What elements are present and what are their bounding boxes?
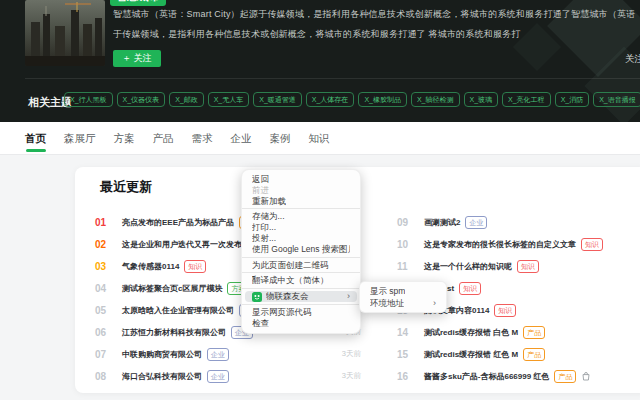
menu-item-label: 显示网页源代码 (252, 307, 312, 318)
nav-item-5[interactable]: 需求 (192, 122, 213, 155)
item-tag: 知识 (581, 238, 603, 251)
menu-item[interactable]: 翻译成中文（简体） (242, 275, 360, 286)
menu-item-label: 检查 (252, 318, 269, 329)
item-title[interactable]: 酱酱多sku产品-含标品666999 红色 (424, 371, 549, 382)
menu-item[interactable]: 为此页面创建二维码 (242, 260, 360, 271)
nav-item-2[interactable]: 森展厅 (64, 122, 96, 155)
item-title[interactable]: 气象传感器0114 (122, 261, 179, 272)
list-item[interactable]: 11这是一个什么样的知识呢知识 (397, 255, 640, 277)
rank-number: 08 (95, 371, 112, 382)
menu-item[interactable]: 返回 (242, 174, 360, 185)
item-title[interactable]: 太原晗晗入住企业管理有限公司 (122, 305, 234, 316)
topic-cover-photo (25, 0, 105, 66)
rank-number: 10 (397, 239, 414, 250)
context-submenu: 显示 spm环境地址› (359, 281, 447, 313)
submenu-item-label: 显示 spm (370, 285, 405, 297)
submenu-arrow-icon: › (433, 297, 436, 309)
item-tag: 知识 (494, 304, 516, 317)
item-time: 3天前 (342, 349, 361, 359)
rank-number: 06 (95, 327, 112, 338)
menu-item[interactable]: 存储为... (242, 211, 360, 222)
page: 智慧城市 智慧城市（英语：Smart City）起源于传媒领域，是指利用各种信息… (0, 0, 640, 400)
item-title[interactable]: 亮点发布的EEE产品为标品产品 (122, 217, 234, 228)
submenu-item[interactable]: 环境地址› (360, 297, 446, 309)
item-tag: 企业 (207, 370, 229, 383)
menu-item[interactable]: 显示网页源代码 (242, 307, 360, 318)
list-item[interactable]: 15测试redis缓存报错 红色 M产品 (397, 343, 640, 365)
rank-number: 05 (95, 305, 112, 316)
menu-item[interactable]: 打印... (242, 222, 360, 233)
menu-item[interactable]: 检查 (242, 318, 360, 329)
list-item[interactable]: 14测试redis缓存报错 白色 M产品 (397, 321, 640, 343)
menu-item-label: 前进 (252, 185, 269, 196)
item-title[interactable]: 江苏恒力新材料科技有限公司 (122, 327, 226, 338)
nav-item-4[interactable]: 产品 (153, 122, 174, 155)
product-bag-icon (581, 371, 591, 381)
list-item[interactable]: 07中联购购商贸有限公司企业3天前 (95, 343, 361, 365)
rank-number: 03 (95, 261, 112, 272)
item-tag: 企业 (207, 348, 229, 361)
submenu-item-label: 环境地址 (370, 297, 404, 309)
related-topic-tag[interactable]: X_无人车 (208, 92, 250, 107)
menu-item[interactable]: 投射... (242, 233, 360, 244)
item-title[interactable]: 测试标签聚合页c区展厅模块 (122, 283, 222, 294)
topic-description-line2: 于传媒领域，是指利用各种信息技术或创新概念，将城市的系统和服务打通了 将城市的系… (113, 28, 638, 41)
menu-item[interactable]: 物联森友会› (245, 291, 357, 302)
item-title[interactable]: 这是专家发布的很长很长标签的自定义文章 (424, 239, 576, 250)
related-topic-tag[interactable]: X_玻璃 (464, 92, 499, 107)
rank-number: 07 (95, 349, 112, 360)
related-topic-tag[interactable]: X_语音播报 (593, 92, 640, 107)
related-topic-tag[interactable]: X_仪器仪表 (117, 92, 166, 107)
rank-number: 14 (397, 327, 414, 338)
main-nav: 首页森展厅方案产品需求企业案例知识 (0, 122, 640, 155)
nav-item-3[interactable]: 方案 (114, 122, 135, 155)
nav-item-7[interactable]: 案例 (270, 122, 291, 155)
item-title[interactable]: 中联购购商贸有限公司 (122, 349, 202, 360)
related-topic-tag[interactable]: X_轴径检测 (411, 92, 460, 107)
menu-divider (242, 208, 360, 209)
extension-icon (252, 292, 262, 302)
item-title[interactable]: 这是一个什么样的知识呢 (424, 261, 512, 272)
menu-item-label: 投射... (252, 233, 276, 244)
submenu-arrow-icon: › (347, 291, 350, 302)
item-title[interactable]: 画涮测试2 (424, 217, 460, 228)
related-tags: X_行人黑板X_仪器仪表X_邮政X_无人车X_暖通管道X_人体存在X_橡胶制品X… (64, 92, 640, 107)
related-topic-tag[interactable]: X_人体存在 (306, 92, 355, 107)
nav-item-8[interactable]: 知识 (309, 122, 330, 155)
menu-item[interactable]: 重新加载 (242, 196, 360, 207)
topic-title-highlight: 智慧城市 (110, 0, 166, 6)
nav-item-1[interactable]: 首页 (25, 122, 46, 155)
follow-count-label: 关注 (625, 53, 640, 66)
list-item[interactable]: 08海口合弘科技有限公司企业3天前 (95, 365, 361, 387)
related-topic-tag[interactable]: X_橡胶制品 (358, 92, 407, 107)
item-title[interactable]: 测试redis缓存报错 白色 M (424, 327, 518, 338)
related-topic-tag[interactable]: X_行人黑板 (64, 92, 113, 107)
menu-item-label: 返回 (252, 174, 269, 185)
header-divider (25, 78, 640, 79)
submenu-item[interactable]: 显示 spm (360, 285, 446, 297)
list-item[interactable]: 16酱酱多sku产品-含标品666999 红色产品 (397, 365, 640, 387)
related-topic-tag[interactable]: X_暖通管道 (253, 92, 302, 107)
item-tag: 产品 (554, 370, 576, 383)
item-tag: 企业 (465, 216, 487, 229)
follow-button[interactable]: ＋ 关注 (113, 50, 161, 67)
context-menu: 返回前进重新加载存储为...打印...投射...使用 Google Lens 搜… (241, 169, 361, 334)
related-topic-tag[interactable]: X_亮化工程 (502, 92, 551, 107)
rank-number: 01 (95, 217, 112, 228)
list-item[interactable]: 10这是专家发布的很长很长标签的自定义文章知识 (397, 233, 640, 255)
recent-updates-heading: 最近更新 (100, 178, 152, 196)
menu-item-label: 物联森友会 (266, 291, 309, 302)
related-topic-tag[interactable]: X_邮政 (169, 92, 204, 107)
menu-item: 前进 (242, 185, 360, 196)
item-tag: 产品 (523, 348, 545, 361)
menu-item[interactable]: 使用 Google Lens 搜索图片 (242, 244, 360, 255)
related-topic-tag[interactable]: X_消防 (555, 92, 590, 107)
list-item[interactable]: 09画涮测试2企业 (397, 211, 640, 233)
hero-header: 智慧城市 智慧城市（英语：Smart City）起源于传媒领域，是指利用各种信息… (0, 0, 640, 122)
rank-number: 16 (397, 371, 414, 382)
item-title[interactable]: 测试redis缓存报错 红色 M (424, 349, 518, 360)
item-title[interactable]: 海口合弘科技有限公司 (122, 371, 202, 382)
rank-number: 15 (397, 349, 414, 360)
nav-item-6[interactable]: 企业 (231, 122, 252, 155)
rank-number: 04 (95, 283, 112, 294)
